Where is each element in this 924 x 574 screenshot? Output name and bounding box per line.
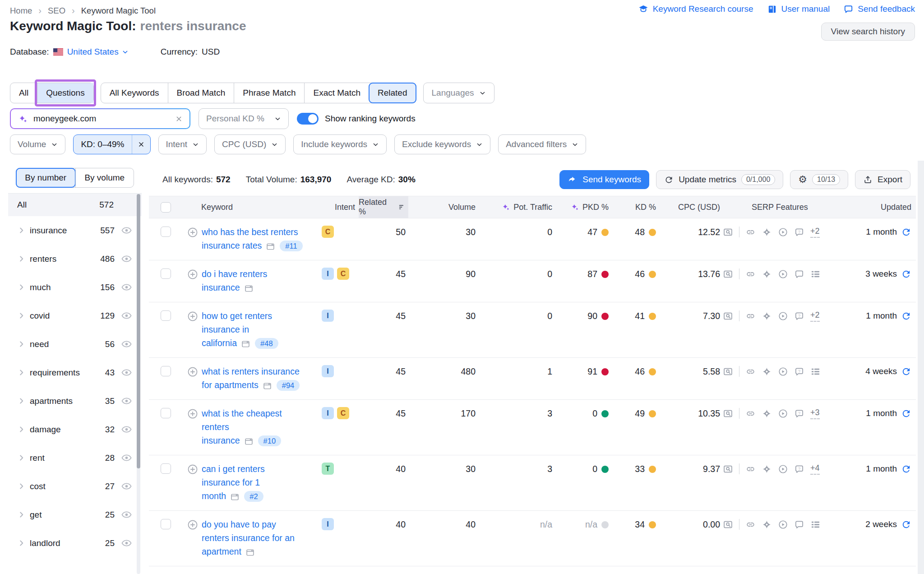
serp-page-button[interactable] bbox=[245, 548, 255, 556]
tab-questions[interactable]: Questions bbox=[37, 83, 93, 103]
exclude-group-eye[interactable] bbox=[120, 338, 133, 350]
domain-search-input[interactable]: moneygeek.com bbox=[10, 108, 190, 129]
serp-more-features[interactable]: +2 bbox=[810, 227, 820, 238]
filter-intent[interactable]: Intent bbox=[158, 134, 207, 154]
add-keyword-button[interactable] bbox=[187, 225, 199, 239]
exclude-group-eye[interactable] bbox=[120, 367, 133, 378]
sidebar-group-much[interactable]: much 156 bbox=[8, 273, 142, 301]
sidebar-group-covid[interactable]: covid 129 bbox=[8, 301, 142, 330]
serp-page-button[interactable] bbox=[230, 493, 240, 500]
row-checkbox[interactable] bbox=[161, 366, 171, 376]
sidebar-group-get[interactable]: get 25 bbox=[8, 500, 142, 529]
sidebar-group-apartments[interactable]: apartments 35 bbox=[8, 387, 142, 415]
serp-preview-icon[interactable] bbox=[723, 366, 733, 377]
exclude-group-eye[interactable] bbox=[120, 310, 133, 321]
page-scrollbar-gutter[interactable] bbox=[918, 161, 924, 574]
column-header-pkd[interactable]: PKD % bbox=[556, 196, 611, 218]
add-keyword-button[interactable] bbox=[187, 309, 199, 323]
row-checkbox[interactable] bbox=[161, 268, 171, 279]
serp-more-features[interactable]: +2 bbox=[810, 310, 820, 322]
columns-settings-button[interactable]: ⚙ 10/13 bbox=[790, 170, 848, 189]
serp-preview-icon[interactable] bbox=[723, 519, 733, 530]
serp-page-button[interactable] bbox=[263, 382, 272, 389]
serp-preview-icon[interactable] bbox=[723, 227, 733, 237]
exclude-group-eye[interactable] bbox=[120, 481, 133, 492]
exclude-group-eye[interactable] bbox=[120, 509, 133, 520]
sidebar-group-cost[interactable]: cost 27 bbox=[8, 472, 142, 500]
view-search-history-button[interactable]: View search history bbox=[821, 23, 915, 41]
tab-broad-match[interactable]: Broad Match bbox=[168, 83, 234, 103]
filter-volume[interactable]: Volume bbox=[10, 134, 65, 154]
update-metrics-button[interactable]: Update metrics 0/1,000 bbox=[656, 170, 783, 189]
column-header-intent[interactable]: Intent bbox=[316, 196, 359, 218]
keyword-research-course-link[interactable]: Keyword Research course bbox=[638, 4, 753, 14]
exclude-group-eye[interactable] bbox=[120, 424, 133, 435]
serp-more-features[interactable]: +4 bbox=[810, 463, 820, 475]
column-header-volume[interactable]: Volume bbox=[408, 196, 478, 218]
send-feedback-link[interactable]: Send feedback bbox=[843, 4, 915, 14]
sidebar-group-all[interactable]: All 572 bbox=[8, 194, 142, 216]
database-selector[interactable]: United States bbox=[67, 47, 129, 57]
column-header-kd[interactable]: KD % bbox=[611, 196, 659, 218]
export-button[interactable]: Export bbox=[855, 170, 910, 189]
refresh-keyword-button[interactable] bbox=[901, 518, 911, 531]
user-manual-link[interactable]: User manual bbox=[767, 4, 830, 14]
serp-page-button[interactable] bbox=[241, 340, 250, 347]
sidebar-group-need[interactable]: need 56 bbox=[8, 330, 142, 358]
add-keyword-button[interactable] bbox=[187, 407, 199, 420]
row-checkbox[interactable] bbox=[161, 227, 171, 237]
sidebar-group-damage[interactable]: damage 32 bbox=[8, 415, 142, 444]
serp-page-button[interactable] bbox=[244, 437, 254, 445]
tab-all-keywords[interactable]: All Keywords bbox=[101, 83, 168, 103]
refresh-keyword-button[interactable] bbox=[901, 365, 911, 378]
remove-filter-icon[interactable] bbox=[132, 135, 150, 154]
sidebar-group-rent[interactable]: rent 28 bbox=[8, 444, 142, 472]
select-all-checkbox[interactable] bbox=[161, 202, 171, 213]
sidebar-scrollbar-thumb[interactable] bbox=[137, 194, 140, 468]
clear-search-icon[interactable] bbox=[175, 115, 183, 123]
add-keyword-button[interactable] bbox=[187, 518, 199, 531]
refresh-keyword-button[interactable] bbox=[901, 267, 911, 281]
sidebar-group-renters[interactable]: renters 486 bbox=[8, 245, 142, 273]
add-keyword-button[interactable] bbox=[187, 365, 199, 378]
serp-page-button[interactable] bbox=[266, 242, 275, 250]
refresh-keyword-button[interactable] bbox=[901, 225, 911, 239]
column-header-updated[interactable]: Updated bbox=[846, 196, 916, 218]
row-checkbox[interactable] bbox=[161, 519, 171, 529]
serp-page-button[interactable] bbox=[244, 284, 254, 292]
filter-exclude-keywords[interactable]: Exclude keywords bbox=[394, 134, 490, 154]
serp-preview-icon[interactable] bbox=[723, 269, 733, 279]
show-ranking-keywords-toggle[interactable] bbox=[297, 113, 319, 125]
by-volume-tab[interactable]: By volume bbox=[75, 168, 134, 187]
exclude-group-eye[interactable] bbox=[120, 253, 133, 264]
filter-cpc-usd[interactable]: CPC (USD) bbox=[214, 134, 286, 154]
column-header-related[interactable]: Related % bbox=[359, 196, 408, 218]
column-header-pot-traffic[interactable]: Pot. Traffic bbox=[478, 196, 556, 218]
send-keywords-button[interactable]: Send keywords bbox=[559, 170, 649, 189]
exclude-group-eye[interactable] bbox=[120, 395, 133, 407]
breadcrumb-home[interactable]: Home bbox=[10, 6, 32, 16]
tab-phrase-match[interactable]: Phrase Match bbox=[234, 83, 304, 103]
serp-preview-icon[interactable] bbox=[723, 408, 733, 419]
serp-preview-icon[interactable] bbox=[723, 464, 733, 474]
row-checkbox[interactable] bbox=[161, 463, 171, 474]
add-keyword-button[interactable] bbox=[187, 267, 199, 281]
column-header-serp-features[interactable]: SERP Features bbox=[722, 196, 846, 218]
row-checkbox[interactable] bbox=[161, 408, 171, 418]
exclude-group-eye[interactable] bbox=[120, 537, 133, 549]
row-checkbox[interactable] bbox=[161, 310, 171, 321]
serp-preview-icon[interactable] bbox=[723, 311, 733, 321]
column-header-cpc[interactable]: CPC (USD) bbox=[659, 196, 722, 218]
breadcrumb-seo[interactable]: SEO bbox=[48, 6, 65, 16]
column-header-keyword[interactable]: Keyword bbox=[180, 196, 316, 218]
serp-more-features[interactable]: +3 bbox=[810, 408, 820, 419]
sidebar-group-landlord[interactable]: landlord 25 bbox=[8, 529, 142, 557]
tab-exact-match[interactable]: Exact Match bbox=[304, 83, 369, 103]
tab-related[interactable]: Related bbox=[369, 83, 416, 103]
tab-all[interactable]: All bbox=[10, 83, 37, 103]
personal-kd-dropdown[interactable]: Personal KD % bbox=[199, 108, 289, 129]
exclude-group-eye[interactable] bbox=[120, 225, 133, 236]
exclude-group-eye[interactable] bbox=[120, 282, 133, 293]
by-number-tab[interactable]: By number bbox=[16, 168, 76, 188]
refresh-keyword-button[interactable] bbox=[901, 309, 911, 323]
